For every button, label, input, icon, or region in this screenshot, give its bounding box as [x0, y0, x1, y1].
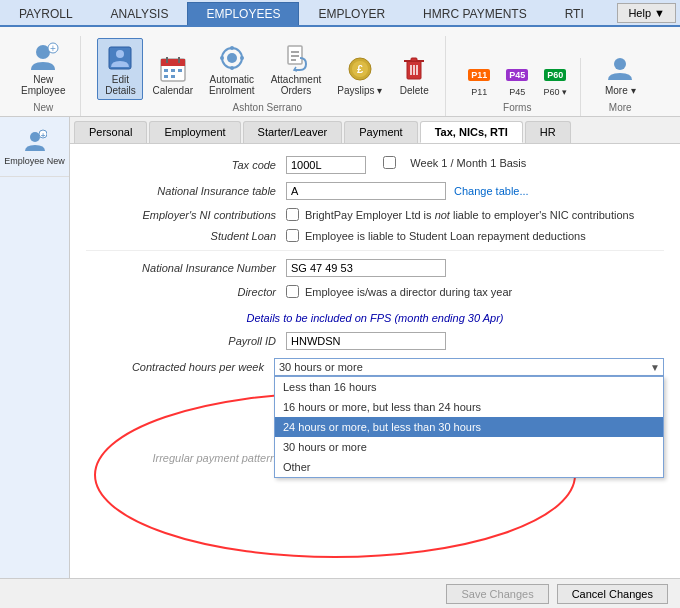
contracted-hours-dropdown: Less than 16 hours 16 hours or more, but…	[274, 376, 664, 478]
edit-details-icon	[104, 42, 136, 74]
director-label: Director	[86, 286, 286, 298]
p45-icon: P45	[505, 63, 529, 87]
tax-code-label: Tax code	[86, 159, 286, 171]
svg-rect-10	[171, 69, 175, 72]
employer-ni-row: Employer's NI contributions BrightPay Em…	[86, 208, 664, 221]
tax-code-control: Week 1 / Month 1 Basis	[286, 156, 664, 174]
content-area: Personal Employment Starter/Leaver Payme…	[70, 117, 680, 595]
payslips-button[interactable]: £ Payslips ▾	[330, 49, 389, 100]
edit-details-button[interactable]: EditDetails	[97, 38, 143, 100]
tab-starter-leaver[interactable]: Starter/Leaver	[243, 121, 343, 143]
payroll-id-label: Payroll ID	[86, 335, 286, 347]
sidebar: + Employee New	[0, 117, 70, 595]
p60-button[interactable]: P60 P60 ▾	[538, 60, 572, 100]
calendar-icon	[157, 53, 189, 85]
svg-point-16	[230, 46, 234, 50]
contracted-hours-select[interactable]: 30 hours or more ▼	[274, 358, 664, 376]
svg-rect-13	[171, 75, 175, 78]
auto-enrolment-icon	[216, 42, 248, 74]
calendar-button[interactable]: Calendar	[145, 49, 200, 100]
delete-button[interactable]: Delete	[391, 49, 437, 100]
student-loan-row: Student Loan Employee is liable to Stude…	[86, 229, 664, 242]
bottom-bar: Save Changes Cancel Changes	[0, 578, 680, 608]
not-italic: not	[435, 209, 450, 221]
ni-number-row: National Insurance Number	[86, 259, 664, 277]
tab-personal[interactable]: Personal	[74, 121, 147, 143]
tax-code-input[interactable]	[286, 156, 366, 174]
payslips-label: Payslips ▾	[337, 85, 382, 96]
employer-ni-control: BrightPay Employer Ltd is not liable to …	[286, 208, 664, 221]
ribbon-group-employee: EditDetails Calendar AutomaticEnrolment	[89, 36, 446, 116]
ni-table-input[interactable]	[286, 182, 446, 200]
student-loan-control: Employee is liable to Student Loan repay…	[286, 229, 664, 242]
tab-rti[interactable]: RTI	[546, 2, 603, 25]
contracted-hours-arrow-icon: ▼	[650, 362, 660, 373]
fps-section: Details to be included on FPS (month end…	[86, 312, 664, 324]
tab-payment[interactable]: Payment	[344, 121, 417, 143]
new-employee-button[interactable]: + NewEmployee	[14, 38, 72, 100]
attachment-orders-label: AttachmentOrders	[271, 74, 322, 96]
help-button[interactable]: Help ▼	[617, 3, 676, 23]
auto-enrolment-button[interactable]: AutomaticEnrolment	[202, 38, 262, 100]
new-employee-label: NewEmployee	[21, 74, 65, 96]
ribbon-group-forms-label: Forms	[503, 102, 531, 116]
delete-label: Delete	[400, 85, 429, 96]
svg-text:+: +	[50, 43, 56, 54]
tab-employment[interactable]: Employment	[149, 121, 240, 143]
sidebar-item-employee-new[interactable]: + Employee New	[0, 121, 69, 177]
tab-analysis[interactable]: ANALYSIS	[92, 2, 188, 25]
employer-ni-checkbox[interactable]	[286, 208, 299, 221]
employer-ni-checkbox-text: BrightPay Employer Ltd is not liable to …	[305, 209, 634, 221]
ni-table-label: National Insurance table	[86, 185, 286, 197]
more-button[interactable]: More ▾	[597, 49, 643, 100]
ribbon: + NewEmployee New EditDetails	[0, 27, 680, 117]
svg-point-15	[227, 53, 237, 63]
save-changes-button[interactable]: Save Changes	[446, 584, 548, 604]
sub-tabs: Personal Employment Starter/Leaver Payme…	[70, 117, 680, 144]
payroll-id-control	[286, 332, 664, 350]
cancel-changes-button[interactable]: Cancel Changes	[557, 584, 668, 604]
change-table-link[interactable]: Change table...	[454, 185, 529, 197]
payroll-id-input[interactable]	[286, 332, 446, 350]
dropdown-option-4[interactable]: Other	[275, 457, 663, 477]
svg-rect-9	[164, 69, 168, 72]
tab-employees[interactable]: EMPLOYEES	[187, 2, 299, 25]
svg-rect-29	[411, 58, 417, 61]
p45-button[interactable]: P45 P45	[500, 60, 534, 100]
more-icon	[604, 53, 636, 85]
tab-employer[interactable]: EMPLOYER	[299, 2, 404, 25]
svg-rect-11	[178, 69, 182, 72]
contracted-hours-row: Contracted hours per week 30 hours or mo…	[86, 358, 664, 376]
p11-button[interactable]: P11 P11	[462, 60, 496, 100]
week1-month1-label: Week 1 / Month 1 Basis	[410, 157, 526, 169]
ni-number-input[interactable]	[286, 259, 446, 277]
svg-point-34	[30, 132, 40, 142]
student-loan-checkbox[interactable]	[286, 229, 299, 242]
director-row: Director Employee is/was a director duri…	[86, 285, 664, 298]
sidebar-employee-new-label: Employee New	[4, 156, 65, 168]
delete-icon	[398, 53, 430, 85]
dropdown-option-2[interactable]: 24 hours or more, but less than 30 hours	[275, 417, 663, 437]
p11-label: P11	[471, 87, 487, 97]
dropdown-option-3[interactable]: 30 hours or more	[275, 437, 663, 457]
svg-text:£: £	[357, 63, 363, 75]
dropdown-option-1[interactable]: 16 hours or more, but less than 24 hours	[275, 397, 663, 417]
svg-rect-20	[288, 46, 302, 64]
tab-hmrc-payments[interactable]: HMRC PAYMENTS	[404, 2, 546, 25]
week1-month1-checkbox[interactable]	[383, 156, 396, 169]
p60-icon: P60	[543, 63, 567, 87]
director-checkbox[interactable]	[286, 285, 299, 298]
attachment-orders-button[interactable]: AttachmentOrders	[264, 38, 329, 100]
tab-tax-nics-rti[interactable]: Tax, NICs, RTI	[420, 121, 523, 143]
ni-number-label: National Insurance Number	[86, 262, 286, 274]
ni-number-control	[286, 259, 664, 277]
contracted-hours-value: 30 hours or more	[279, 361, 363, 373]
tab-hr[interactable]: HR	[525, 121, 571, 143]
p60-label: P60 ▾	[543, 87, 567, 97]
contracted-hours-label: Contracted hours per week	[86, 361, 274, 373]
more-label: More ▾	[605, 85, 636, 96]
payslips-icon: £	[344, 53, 376, 85]
dropdown-option-0[interactable]: Less than 16 hours	[275, 377, 663, 397]
auto-enrolment-label: AutomaticEnrolment	[209, 74, 255, 96]
tab-payroll[interactable]: PAYROLL	[0, 2, 92, 25]
